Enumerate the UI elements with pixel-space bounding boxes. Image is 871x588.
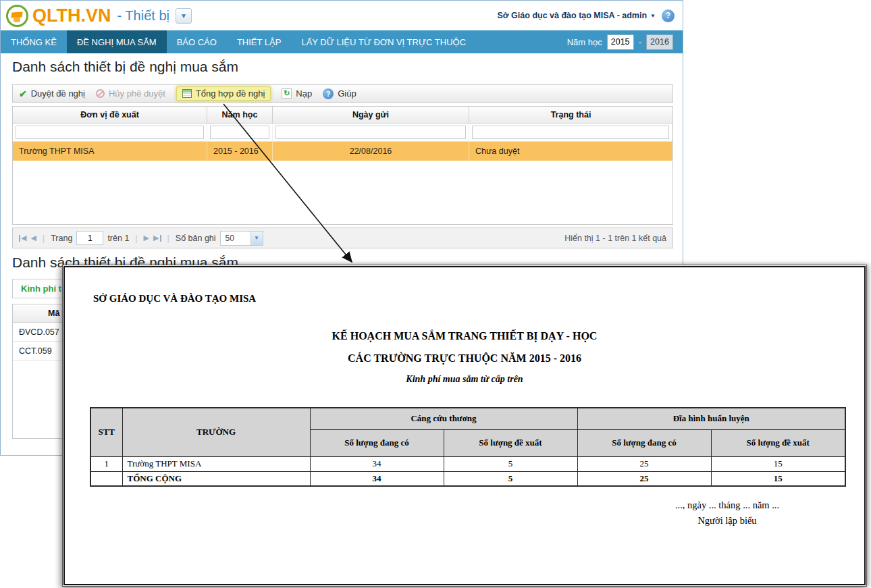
- grid-header: Đơn vị đề xuất Năm học Ngày gửi Trạng th…: [13, 107, 672, 124]
- report-data-row: 1 Trường THPT MISA 34 5 25 15: [90, 456, 845, 471]
- page-title: Danh sách thiết bị đề nghị mua sắm: [12, 59, 238, 75]
- report-signature-block: ..., ngày ... tháng ... năm ... Người lậ…: [621, 498, 834, 529]
- school-year-area: Năm học -: [567, 34, 683, 50]
- report-table: STT TRƯỜNG Cáng cứu thương Đĩa hình huấn…: [90, 407, 846, 487]
- report-cell-g1-propose: 5: [444, 456, 577, 471]
- report-footer-signer: Người lập biểu: [621, 513, 834, 529]
- cell-don-vi: Trường THPT MISA: [13, 142, 207, 161]
- result-summary: Hiển thị 1 - 1 trên 1 kết quả: [564, 234, 666, 243]
- nav-lay-du-lieu[interactable]: LẤY DỮ LIỆU TỪ ĐƠN VỊ TRỰC THUỘC: [291, 30, 476, 53]
- report-title-line2: CÁC TRƯỜNG TRỰC THUỘC NĂM 2015 - 2016: [65, 352, 864, 365]
- request-grid: Đơn vị đề xuất Năm học Ngày gửi Trạng th…: [12, 106, 673, 225]
- cell-ngay-gui: 22/08/2016: [273, 142, 469, 161]
- check-icon: ✔: [19, 88, 27, 99]
- table-row[interactable]: Trường THPT MISA 2015 - 2016 22/08/2016 …: [13, 142, 672, 161]
- module-name: - Thiết bị: [117, 8, 169, 24]
- report-total-g1-have: 34: [310, 471, 444, 486]
- report-total-g1-propose: 5: [444, 471, 577, 486]
- user-menu[interactable]: Sở Giáo dục và đào tạo MISA - admin: [497, 11, 647, 20]
- page-number-input[interactable]: [76, 231, 103, 245]
- chevron-down-icon: ▼: [180, 12, 187, 20]
- qlth-logo-icon: [6, 5, 28, 27]
- first-page-button[interactable]: ◀: [19, 232, 26, 244]
- report-cell-stt: 1: [90, 456, 122, 471]
- user-caret-icon: ▼: [650, 13, 656, 19]
- report-subtitle: Kinh phí mua sắm từ cấp trên: [65, 374, 864, 385]
- school-year-label: Năm học: [567, 37, 602, 47]
- nav-thong-ke[interactable]: THỐNG KÊ: [1, 30, 67, 53]
- refresh-icon: ↻: [282, 88, 292, 99]
- app-header: QLTH.VN - Thiết bị ▼ Sở Giáo dục và đào …: [1, 1, 683, 30]
- report-sub-have-1: Số lượng đang có: [310, 429, 444, 456]
- page-size-label: Số bản ghi: [176, 234, 216, 243]
- page-of-label: trên 1: [107, 234, 129, 243]
- main-nav: THỐNG KÊ ĐỀ NGHỊ MUA SẮM BÁO CÁO THIẾT L…: [1, 30, 683, 53]
- report-cell-g2-propose: 15: [711, 456, 845, 471]
- user-area: Sở Giáo dục và đào tạo MISA - admin ▼ ?: [497, 9, 675, 22]
- cancel-approve-icon: [96, 89, 105, 98]
- filter-trang-thai-input[interactable]: [472, 126, 669, 139]
- year-to-input[interactable]: [646, 34, 673, 50]
- nav-thiet-lap[interactable]: THIẾT LẬP: [227, 30, 292, 53]
- filter-ngay-gui-input[interactable]: [275, 126, 466, 139]
- toolbar: ✔ Duyệt đề nghị Hủy phê duyệt Tổng hợp đ…: [12, 84, 673, 103]
- report-preview-window: SỞ GIÁO DỤC VÀ ĐÀO TẠO MISA KẾ HOẠCH MUA…: [62, 265, 867, 587]
- page-size-select[interactable]: 50 ▼: [220, 231, 263, 246]
- filter-don-vi-input[interactable]: [16, 126, 204, 139]
- report-sub-propose-1: Số lượng đề xuất: [444, 429, 577, 456]
- report-page: SỞ GIÁO DỤC VÀ ĐÀO TẠO MISA KẾ HOẠCH MUA…: [63, 266, 866, 585]
- report-cell-g2-have: 25: [577, 456, 711, 471]
- help-icon[interactable]: ?: [662, 9, 675, 22]
- reload-button[interactable]: ↻ Nạp: [282, 88, 312, 99]
- report-col-stt: STT: [90, 408, 122, 456]
- column-nam-hoc[interactable]: Năm học: [207, 107, 273, 123]
- aggregate-button[interactable]: Tổng hợp đề nghị: [176, 86, 271, 101]
- filter-row: [13, 124, 672, 142]
- nav-de-nghi-mua-sam[interactable]: ĐỀ NGHỊ MUA SẮM: [67, 30, 167, 53]
- prev-page-button[interactable]: ◀: [30, 232, 36, 244]
- report-sub-propose-2: Số lượng đề xuất: [711, 429, 845, 456]
- column-trang-thai[interactable]: Trạng thái: [469, 107, 672, 123]
- pager-bar: ◀ ◀ | Trang trên 1 | ▶ ▶ | Số bản ghi 50…: [12, 228, 673, 248]
- cell-nam-hoc: 2015 - 2016: [207, 142, 273, 161]
- filter-nam-hoc-input[interactable]: [210, 126, 269, 139]
- page-label: Trang: [51, 234, 72, 243]
- report-total-g2-have: 25: [577, 471, 711, 486]
- report-col-school: TRƯỜNG: [122, 408, 310, 456]
- approve-button[interactable]: ✔ Duyệt đề nghị: [19, 88, 85, 99]
- report-sub-have-2: Số lượng đang có: [577, 429, 711, 456]
- spreadsheet-icon: [182, 89, 192, 98]
- report-group2-header: Đĩa hình huấn luyện: [577, 408, 845, 429]
- report-org-name: SỞ GIÁO DỤC VÀ ĐÀO TẠO MISA: [93, 293, 256, 304]
- column-don-vi[interactable]: Đơn vị đề xuất: [13, 107, 207, 123]
- report-cell-school: Trường THPT MISA: [122, 456, 310, 471]
- module-switcher-button[interactable]: ▼: [176, 8, 192, 24]
- pager-separator: |: [43, 234, 45, 243]
- column-ngay-gui[interactable]: Ngày gửi: [273, 107, 469, 123]
- report-total-row: TỔNG CỘNG 34 5 25 15: [90, 471, 845, 486]
- last-page-button[interactable]: ▶: [153, 232, 161, 244]
- unapprove-button[interactable]: Hủy phê duyệt: [96, 88, 165, 99]
- report-total-label: TỔNG CỘNG: [122, 471, 310, 486]
- next-page-button[interactable]: ▶: [144, 232, 149, 244]
- year-separator: -: [639, 37, 641, 47]
- help-button[interactable]: ? Giúp: [323, 88, 356, 99]
- year-from-input[interactable]: [607, 34, 634, 50]
- question-icon: ?: [323, 88, 334, 99]
- cell-trang-thai: Chưa duyệt: [469, 142, 672, 161]
- logo-text: QLTH.VN: [32, 5, 111, 26]
- report-title-line1: KẾ HOẠCH MUA SẮM TRANG THIẾT BỊ DẠY - HỌ…: [65, 330, 864, 342]
- report-footer-date: ..., ngày ... tháng ... năm ...: [621, 498, 834, 513]
- chevron-down-icon: ▼: [250, 232, 263, 245]
- report-cell-g1-have: 34: [310, 456, 444, 471]
- report-total-g2-propose: 15: [711, 471, 845, 486]
- report-group1-header: Cáng cứu thương: [310, 408, 577, 429]
- nav-bao-cao[interactable]: BÁO CÁO: [167, 30, 227, 53]
